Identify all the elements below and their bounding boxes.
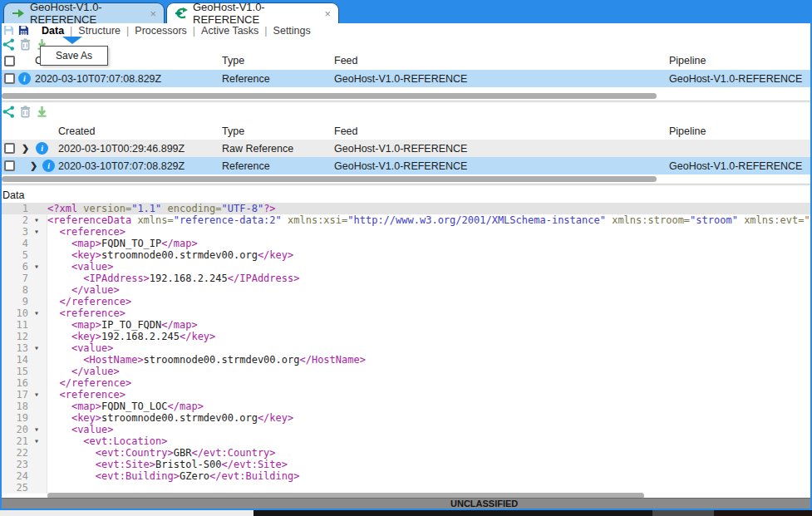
row-checkbox[interactable] (4, 160, 15, 171)
stream-table-row[interactable]: i 2020-03-10T07:07:08.829Z Reference Geo… (2, 70, 810, 87)
pane-divider[interactable] (0, 184, 812, 186)
line-number[interactable]: 15 (2, 366, 32, 377)
fold-toggle-icon[interactable]: ▾ (32, 424, 47, 435)
code-line[interactable]: 22 <evt:Country>GBR</evt:Country> (2, 447, 812, 459)
delete-icon[interactable] (19, 106, 32, 118)
horizontal-scrollbar-thumb[interactable] (2, 93, 657, 99)
menu-item-settings[interactable]: Settings (273, 25, 311, 37)
line-number[interactable]: 3 (2, 226, 32, 238)
code-line[interactable]: 3▾ <reference> (2, 226, 812, 238)
code-line[interactable]: 21▾ <evt:Location> (2, 435, 812, 447)
code-line[interactable]: 13▾ <value> (2, 342, 812, 354)
line-number[interactable]: 8 (2, 284, 32, 296)
code-line[interactable]: 15 </value> (2, 366, 812, 377)
line-number[interactable]: 7 (2, 273, 32, 284)
code-line[interactable]: 9 </reference> (2, 296, 812, 307)
process-icon[interactable] (2, 38, 15, 51)
code-line[interactable]: 25 (2, 482, 812, 494)
fold-toggle-icon[interactable]: ▾ (32, 214, 47, 226)
row-checkbox[interactable] (4, 73, 15, 84)
line-number[interactable]: 9 (2, 296, 32, 307)
detail-table-row[interactable]: ❯i 2020-03-10T00:29:46.899Z Raw Referenc… (2, 140, 810, 157)
line-number[interactable]: 6 (2, 261, 32, 273)
row-checkbox[interactable] (4, 143, 15, 154)
fold-toggle-icon[interactable]: ▾ (32, 307, 47, 319)
code-line[interactable]: 11 <map>IP_TO_FQDN</map> (2, 319, 812, 331)
code-editor[interactable]: 1<?xml version="1.1" encoding="UTF-8"?>2… (2, 203, 812, 494)
code-line[interactable]: 4 <map>FQDN_TO_IP</map> (2, 238, 812, 249)
close-icon[interactable]: × (324, 7, 331, 20)
code-line[interactable]: 5 <key>stroomnode00.strmdev00.org</key> (2, 249, 812, 261)
code-token (47, 354, 83, 366)
line-number[interactable]: 4 (2, 238, 32, 249)
code-line[interactable]: 20▾ <value> (2, 424, 812, 435)
horizontal-scrollbar-thumb[interactable] (2, 176, 657, 182)
line-number[interactable]: 12 (2, 331, 32, 342)
code-line[interactable]: 10▾ <reference> (2, 307, 812, 319)
line-number[interactable]: 23 (2, 459, 32, 470)
fold-gutter (32, 401, 47, 412)
line-number[interactable]: 22 (2, 447, 32, 459)
fold-toggle-icon[interactable]: ▾ (32, 435, 47, 447)
detail-table-row[interactable]: ❯i 2020-03-10T07:07:08.829Z Reference Ge… (2, 157, 810, 174)
code-line[interactable]: 12 <key>192.168.2.245</key> (2, 331, 812, 342)
menu-item-active-tasks[interactable]: Active Tasks (201, 25, 258, 37)
code-line[interactable]: 7 <IPAddress>192.168.2.245</IPAddress> (2, 273, 812, 284)
line-number[interactable]: 20 (2, 424, 32, 435)
select-all-checkbox[interactable] (4, 56, 15, 66)
delete-icon[interactable] (19, 38, 32, 51)
code-line[interactable]: 6▾ <value> (2, 261, 812, 273)
code-line[interactable]: 14 <HostName>stroomnode00.strmdev00.org<… (2, 354, 812, 366)
tab-geohost-reference-pipeline[interactable]: GeoHost-V1.0-REFERENCE × (166, 2, 339, 23)
code-text: <referenceData xmlns="reference-data:2" … (47, 214, 812, 226)
code-line[interactable]: 19 <key>stroomnode00.strmdev00.org</key> (2, 412, 812, 424)
fold-toggle-icon[interactable]: ▾ (32, 261, 47, 273)
code-line[interactable]: 2▾<referenceData xmlns="reference-data:2… (2, 214, 812, 226)
fold-toggle-icon[interactable]: ▾ (32, 342, 47, 354)
menu-item-structure[interactable]: Structure (78, 25, 121, 37)
line-number[interactable]: 10 (2, 307, 32, 319)
tab-geohost-reference-feed[interactable]: GeoHost-V1.0-REFERENCE × (3, 2, 165, 23)
code-line[interactable]: 16 </reference> (2, 377, 812, 389)
download-icon[interactable] (36, 106, 48, 118)
line-number[interactable]: 24 (2, 470, 32, 482)
code-line[interactable]: 1<?xml version="1.1" encoding="UTF-8"?> (2, 203, 812, 214)
line-number[interactable]: 1 (2, 203, 32, 214)
line-number[interactable]: 5 (2, 249, 32, 261)
code-token (47, 435, 83, 447)
desktop-segment (714, 510, 812, 516)
menu-separator: | (70, 25, 72, 37)
code-text: <value> (47, 342, 812, 354)
line-number[interactable]: 2 (2, 214, 32, 226)
menu-item-data[interactable]: Data (42, 25, 64, 37)
info-icon[interactable]: i (18, 72, 31, 85)
line-number[interactable]: 16 (2, 377, 32, 389)
line-number[interactable]: 18 (2, 401, 32, 412)
code-line[interactable]: 18 <map>FQDN_TO_LOC</map> (2, 401, 812, 412)
expander-icon[interactable]: ❯ (22, 143, 29, 154)
fold-toggle-icon[interactable]: ▾ (32, 226, 47, 238)
code-text: <map>FQDN_TO_LOC</map> (47, 401, 812, 412)
line-number[interactable]: 25 (2, 482, 32, 494)
pane-divider[interactable] (0, 101, 812, 103)
code-text: <IPAddress>192.168.2.245</IPAddress> (47, 273, 812, 284)
info-icon[interactable]: i (36, 142, 48, 155)
code-line[interactable]: 8 </value> (2, 284, 812, 296)
save-icon[interactable] (3, 25, 14, 36)
process-icon[interactable] (2, 106, 15, 118)
code-line[interactable]: 17▾ <reference> (2, 389, 812, 401)
info-icon[interactable]: i (42, 160, 55, 172)
fold-toggle-icon[interactable]: ▾ (32, 389, 47, 401)
menu-item-processors[interactable]: Processors (135, 25, 187, 37)
line-number[interactable]: 11 (2, 319, 32, 331)
line-number[interactable]: 13 (2, 342, 32, 354)
code-line[interactable]: 24 <evt:Building>GZero</evt:Building> (2, 470, 812, 482)
line-number[interactable]: 21 (2, 435, 32, 447)
code-line[interactable]: 23 <evt:Site>Bristol-S00</evt:Site> (2, 459, 812, 470)
expander-icon[interactable]: ❯ (30, 160, 37, 171)
line-number[interactable]: 17 (2, 389, 32, 401)
line-number[interactable]: 14 (2, 354, 32, 366)
line-number[interactable]: 19 (2, 412, 32, 424)
save-as-icon[interactable] (18, 25, 29, 36)
close-icon[interactable]: × (150, 7, 156, 20)
